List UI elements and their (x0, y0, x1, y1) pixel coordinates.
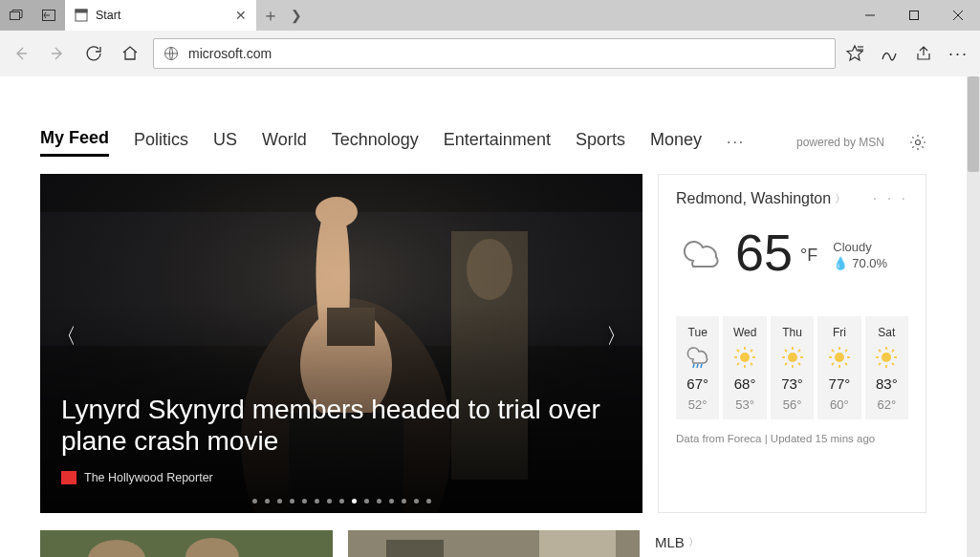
maximize-button[interactable] (892, 10, 936, 21)
pager-dot[interactable] (389, 499, 394, 503)
pager-dot[interactable] (426, 499, 431, 503)
nav-world[interactable]: World (262, 130, 307, 156)
svg-point-25 (740, 353, 750, 362)
humidity-value: 70.0% (852, 256, 887, 270)
low-temp: 53° (735, 397, 754, 412)
article-thumb[interactable] (40, 530, 333, 557)
svg-point-11 (916, 140, 921, 145)
tab-favicon-icon (75, 9, 88, 22)
article-thumb[interactable] (348, 530, 641, 557)
pager-dot[interactable] (277, 499, 282, 503)
svg-line-60 (879, 363, 881, 365)
vertical-scrollbar[interactable] (967, 76, 980, 557)
sun-icon (733, 345, 756, 370)
svg-point-52 (882, 353, 891, 362)
tab-preview-icon[interactable] (10, 10, 23, 21)
settings-gear-icon[interactable] (909, 134, 926, 151)
svg-point-43 (835, 353, 844, 362)
svg-line-39 (785, 350, 787, 352)
url-box[interactable] (153, 38, 836, 69)
nav-more[interactable]: ··· (727, 134, 745, 151)
svg-rect-64 (40, 530, 333, 557)
svg-line-58 (892, 363, 894, 365)
hero-prev-button[interactable]: 〈 (50, 316, 82, 356)
current-temp: 65 (735, 226, 793, 278)
url-input[interactable] (188, 46, 825, 61)
high-temp: 77° (829, 375, 851, 392)
tab-close-button[interactable]: ✕ (231, 8, 250, 23)
home-button[interactable] (117, 40, 143, 67)
svg-line-57 (879, 350, 881, 352)
nav-us[interactable]: US (213, 130, 237, 156)
refresh-button[interactable] (80, 40, 107, 67)
hero-next-button[interactable]: 〉 (600, 316, 633, 356)
pager-dot[interactable] (352, 499, 357, 503)
forecast-row: Tue67°52°Wed68°53°Thu73°56°Fri77°60°Sat8… (676, 316, 908, 419)
svg-line-33 (737, 363, 739, 365)
nav-politics[interactable]: Politics (134, 130, 188, 156)
pager-dot[interactable] (414, 499, 419, 503)
pager-dot[interactable] (315, 499, 319, 503)
pager-dot[interactable] (364, 499, 369, 503)
pager-dot[interactable] (252, 499, 257, 503)
nav-sports[interactable]: Sports (576, 130, 625, 156)
pager-dot[interactable] (339, 499, 344, 503)
svg-line-50 (845, 350, 847, 352)
nav-my-feed[interactable]: My Feed (40, 128, 109, 157)
hero-source: The Hollywood Reporter (61, 471, 213, 484)
svg-line-22 (693, 364, 694, 368)
low-temp: 62° (877, 397, 896, 412)
pager-dot[interactable] (377, 499, 381, 503)
site-info-icon[interactable] (163, 46, 179, 61)
weather-meta: Data from Foreca | Updated 15 mins ago (676, 433, 908, 444)
reading-list-button[interactable] (880, 44, 899, 64)
pager-dot[interactable] (290, 499, 294, 503)
forecast-day[interactable]: Tue67°52° (676, 316, 719, 419)
close-window-button[interactable] (936, 10, 980, 21)
share-button[interactable] (914, 44, 933, 64)
svg-rect-67 (539, 530, 616, 557)
pager-dot[interactable] (327, 499, 332, 503)
minimize-button[interactable] (848, 10, 892, 21)
more-button[interactable]: ··· (948, 44, 969, 64)
sun-icon (875, 345, 898, 370)
titlebar: Start ✕ ＋ ❯ (0, 0, 980, 31)
tab-title: Start (96, 9, 224, 22)
day-name: Thu (782, 326, 802, 339)
mlb-section-link[interactable]: MLB 〉 (655, 534, 926, 550)
cloud-icon (676, 232, 728, 272)
low-temp: 60° (830, 397, 849, 412)
forecast-day[interactable]: Wed68°53° (723, 316, 766, 419)
nav-technology[interactable]: Technology (332, 130, 419, 156)
pager-dot[interactable] (265, 499, 270, 503)
forecast-day[interactable]: Sat83°62° (865, 316, 908, 419)
new-tab-button[interactable]: ＋ (262, 4, 279, 27)
forward-button[interactable] (44, 40, 71, 67)
hero-card[interactable]: 〈 〉 Lynyrd Skynyrd members headed to tri… (40, 174, 642, 513)
tab-actions-button[interactable]: ❯ (291, 8, 302, 23)
condition-text: Cloudy (833, 240, 887, 254)
temp-unit: °F (800, 240, 817, 266)
svg-rect-0 (11, 12, 20, 20)
browser-tab[interactable]: Start ✕ (65, 0, 256, 31)
favorites-button[interactable] (845, 44, 864, 64)
nav-entertainment[interactable]: Entertainment (444, 130, 551, 156)
forecast-day[interactable]: Fri77°60° (817, 316, 860, 419)
set-aside-icon[interactable] (42, 10, 55, 21)
weather-more-button[interactable]: · · · (873, 190, 908, 207)
high-temp: 67° (686, 375, 708, 392)
svg-line-32 (751, 350, 752, 352)
nav-money[interactable]: Money (650, 130, 702, 156)
svg-line-41 (798, 350, 800, 352)
high-temp: 83° (876, 375, 898, 392)
forecast-day[interactable]: Thu73°56° (771, 316, 814, 419)
svg-line-30 (737, 350, 739, 352)
svg-line-59 (892, 350, 894, 352)
pager-dot[interactable] (302, 499, 307, 503)
hero-pager[interactable] (40, 499, 642, 503)
page-content: My Feed Politics US World Technology Ent… (0, 76, 967, 557)
pager-dot[interactable] (402, 499, 406, 503)
svg-line-51 (832, 363, 834, 365)
back-button[interactable] (8, 40, 34, 67)
weather-location[interactable]: Redmond, Washington 〉 (676, 190, 846, 207)
